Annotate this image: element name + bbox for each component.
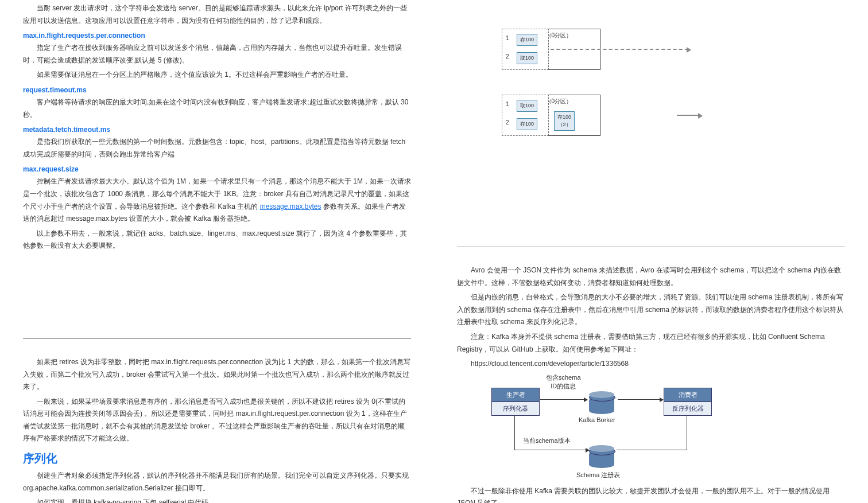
- para: 如何实现，看模块 kafka-no-spring 下包 selfserial 中…: [23, 497, 411, 503]
- url-text: https://cloud.tencent.com/developer/arti…: [457, 358, 845, 371]
- para: 如果把 retires 设为非零整数，同时把 max.in.flight.req…: [23, 356, 411, 393]
- broker-label: Kafka Borker: [579, 416, 615, 423]
- param-heading: max.request.size: [23, 165, 411, 173]
- para: 不过一般除非你使用 Kafka 需要关联的团队比较大，敏捷开发团队才会使用，一般…: [457, 485, 845, 503]
- registry-cylinder-icon: [589, 451, 614, 468]
- para: 注意：Kafka 本身并不提供 schema 注册表，需要借助第三方，现在已经有…: [457, 331, 845, 356]
- para: 创建生产者对象必须指定序列化器，默认的序列化器并不能满足我们所有的场景。我们完全…: [23, 470, 411, 494]
- link-message-max-bytes[interactable]: message.max.bytes: [260, 202, 321, 210]
- kafka-partition-diagram: 1 存 100 2 取 100 Kafka（0分区） 1 存100 2 取100…: [502, 29, 800, 166]
- page-right: 1 存 100 2 取 100 Kafka（0分区） 1 存100 2 取100…: [434, 0, 868, 503]
- diag-note: 当前schema版本: [523, 436, 571, 445]
- page-left: 当耐 server 发出请求时，这个字符串会发送给 server。目的是能够追踪…: [0, 0, 434, 503]
- para: Avro 会使用一个 JSON 文件作为 schema 来描述数据，Avro 在…: [457, 264, 845, 289]
- para: 控制生产者发送请求最大大小。默认这个值为 1M，如果一个请求里只有一个消息，那这…: [23, 176, 411, 225]
- para: 是指我们所获取的一些元数据的第一个时间数据。元数据包含：topic、host、p…: [23, 136, 411, 161]
- consumer-box: 消费者: [664, 388, 712, 402]
- diag-cell: 取100: [517, 100, 537, 112]
- para: 以上参数不用去，一般来说，就记住 acks、batch.size、linger.…: [23, 228, 411, 252]
- diag-cell: 取100: [517, 52, 537, 64]
- para: 但是内嵌的消息，自带格式，会导致消息的大小不必要的增大，消耗了资源。我们可以使用…: [457, 291, 845, 329]
- param-heading: max.in.flight.requests.per.connection: [23, 32, 411, 40]
- registry-label: Schema 注册表: [576, 471, 620, 479]
- para: 指定了生产者在接收到服务器响应之前可以发送多个消息，值越高，占用的内存越大，当然…: [23, 42, 411, 67]
- diag-cell: 存100: [517, 34, 537, 46]
- diag-note: 包含schema ID的信息: [546, 373, 581, 391]
- heading-serialization: 序列化: [23, 451, 411, 466]
- para: 客户端将等待请求的响应的最大时间,如果在这个时间内没有收到响应，客户端将重发请求…: [23, 96, 411, 121]
- param-heading: metadata.fetch.timeout.ms: [23, 126, 411, 134]
- para: 如果需要保证消息在一个分区上的严格顺序，这个值应该设为 1。不过这样会严重影响生…: [23, 69, 411, 81]
- producer-box: 生产者: [491, 388, 540, 402]
- para: 一般来说，如果某些场景要求消息是有序的，那么消息是否写入成功也是很关键的，所以不…: [23, 396, 411, 445]
- param-heading: request.timeout.ms: [23, 86, 411, 94]
- broker-cylinder-icon: [589, 397, 614, 414]
- serializer-box: 序列化器: [491, 401, 540, 416]
- schema-registry-diagram: 包含schema ID的信息 生产者 序列化器 Kafka Borker 消费者…: [491, 376, 733, 479]
- para: 当耐 server 发出请求时，这个字符串会发送给 server。目的是能够追踪…: [23, 2, 411, 27]
- page-divider: [23, 338, 411, 339]
- diag-cell: 存100: [517, 118, 537, 130]
- page-divider: [457, 247, 845, 247]
- deserializer-box: 反序列化器: [664, 401, 712, 416]
- diag-cell: 存100 （2）: [554, 111, 575, 131]
